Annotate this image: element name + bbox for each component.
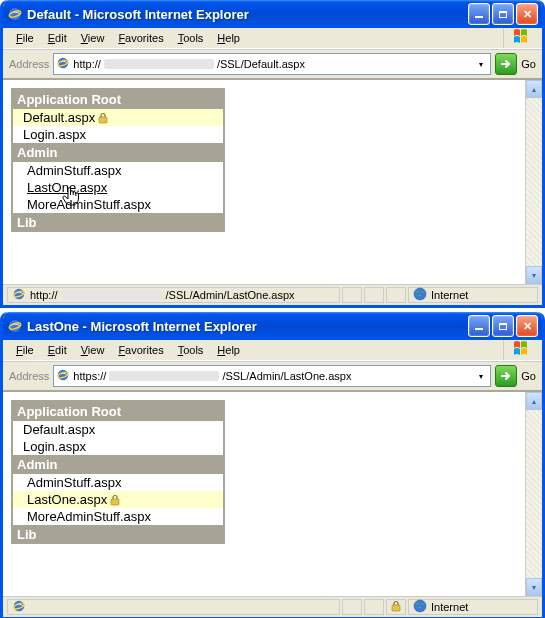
status-text: http:///SSL/Admin/LastOne.aspx bbox=[7, 287, 340, 303]
url-prefix: https:// bbox=[73, 370, 106, 382]
page-icon bbox=[56, 368, 70, 384]
address-input-wrap[interactable]: https:///SSL/Admin/LastOne.aspx▾ bbox=[53, 365, 491, 387]
tree-item[interactable]: Login.aspx bbox=[13, 126, 223, 143]
url-blurred bbox=[104, 59, 214, 69]
status-text bbox=[7, 599, 340, 615]
status-lock-pane bbox=[386, 287, 406, 303]
window-title: LastOne - Microsoft Internet Explorer bbox=[27, 319, 468, 334]
status-lock-pane bbox=[386, 599, 406, 615]
address-dropdown[interactable]: ▾ bbox=[474, 372, 488, 381]
menu-bar: FileEditViewFavoritesToolsHelp bbox=[3, 28, 542, 49]
maximize-button[interactable] bbox=[492, 3, 514, 25]
window-title: Default - Microsoft Internet Explorer bbox=[27, 7, 468, 22]
tree-item[interactable]: Login.aspx bbox=[13, 438, 223, 455]
minimize-button[interactable] bbox=[468, 3, 490, 25]
tree-item[interactable]: Default.aspx bbox=[13, 109, 223, 126]
maximize-button[interactable] bbox=[492, 315, 514, 337]
address-label: Address bbox=[9, 370, 49, 382]
tree-lib-header: Lib bbox=[13, 525, 223, 544]
url-suffix: /SSL/Admin/LastOne.aspx bbox=[222, 370, 471, 382]
throbber-icon bbox=[503, 28, 540, 48]
lock-icon bbox=[97, 112, 109, 124]
globe-icon bbox=[413, 599, 427, 615]
go-button[interactable] bbox=[495, 53, 517, 75]
tree-item[interactable]: LastOne.aspx bbox=[13, 179, 223, 196]
security-zone: Internet bbox=[408, 287, 538, 303]
status-pane bbox=[342, 287, 362, 303]
menu-view[interactable]: View bbox=[74, 342, 112, 358]
status-blurred bbox=[62, 290, 162, 300]
svg-rect-13 bbox=[111, 499, 119, 505]
url-suffix: /SSL/Default.aspx bbox=[217, 58, 471, 70]
title-bar: Default - Microsoft Internet Explorer✕ bbox=[3, 0, 542, 28]
url-blurred bbox=[109, 371, 219, 381]
go-label: Go bbox=[521, 370, 536, 382]
menu-view[interactable]: View bbox=[74, 30, 112, 46]
browser-window: Default - Microsoft Internet Explorer✕Fi… bbox=[0, 0, 545, 308]
content-area: ▴▾Application RootDefault.aspxLogin.aspx… bbox=[3, 390, 542, 596]
svg-rect-16 bbox=[392, 605, 400, 611]
menu-help[interactable]: Help bbox=[210, 30, 247, 46]
address-label: Address bbox=[9, 58, 49, 70]
tree-admin-header: Admin bbox=[13, 143, 223, 162]
address-bar: Addresshttp:///SSL/Default.aspx▾Go bbox=[3, 49, 542, 78]
throbber-icon bbox=[503, 340, 540, 360]
tree-item[interactable]: LastOne.aspx bbox=[13, 491, 223, 508]
menu-favorites[interactable]: Favorites bbox=[111, 30, 170, 46]
url-prefix: http:// bbox=[73, 58, 101, 70]
go-button[interactable] bbox=[495, 365, 517, 387]
status-bar: Internet bbox=[3, 596, 542, 617]
status-bar: http:///SSL/Admin/LastOne.aspxInternet bbox=[3, 284, 542, 305]
tree-lib-header: Lib bbox=[13, 213, 223, 232]
lock-icon bbox=[109, 494, 121, 506]
address-input-wrap[interactable]: http:///SSL/Default.aspx▾ bbox=[53, 53, 491, 75]
menu-bar: FileEditViewFavoritesToolsHelp bbox=[3, 340, 542, 361]
status-pane bbox=[364, 599, 384, 615]
ie-icon bbox=[7, 6, 23, 22]
ie-icon bbox=[12, 287, 26, 303]
content-area: ▴▾Application RootDefault.aspxLogin.aspx… bbox=[3, 78, 542, 284]
svg-rect-4 bbox=[99, 117, 107, 123]
minimize-button[interactable] bbox=[468, 315, 490, 337]
tree-item[interactable]: Default.aspx bbox=[13, 421, 223, 438]
menu-edit[interactable]: Edit bbox=[41, 30, 74, 46]
tree-item[interactable]: AdminStuff.aspx bbox=[13, 474, 223, 491]
site-tree: Application RootDefault.aspxLogin.aspxAd… bbox=[11, 400, 225, 544]
status-pane bbox=[342, 599, 362, 615]
vertical-scrollbar[interactable]: ▴▾ bbox=[525, 80, 542, 284]
tree-item[interactable]: AdminStuff.aspx bbox=[13, 162, 223, 179]
menu-file[interactable]: File bbox=[9, 342, 41, 358]
browser-window: LastOne - Microsoft Internet Explorer✕Fi… bbox=[0, 312, 545, 618]
go-label: Go bbox=[521, 58, 536, 70]
tree-item[interactable]: MoreAdminStuff.aspx bbox=[13, 508, 223, 525]
tree-admin-header: Admin bbox=[13, 455, 223, 474]
security-zone: Internet bbox=[408, 599, 538, 615]
menu-help[interactable]: Help bbox=[210, 342, 247, 358]
vertical-scrollbar[interactable]: ▴▾ bbox=[525, 392, 542, 596]
menu-edit[interactable]: Edit bbox=[41, 342, 74, 358]
close-button[interactable]: ✕ bbox=[516, 3, 538, 25]
address-dropdown[interactable]: ▾ bbox=[474, 60, 488, 69]
ie-icon bbox=[7, 318, 23, 334]
menu-tools[interactable]: Tools bbox=[171, 342, 211, 358]
ie-icon bbox=[12, 599, 26, 615]
tree-root-header: Application Root bbox=[13, 402, 223, 421]
menu-tools[interactable]: Tools bbox=[171, 30, 211, 46]
lock-icon bbox=[390, 600, 402, 614]
address-bar: Addresshttps:///SSL/Admin/LastOne.aspx▾G… bbox=[3, 361, 542, 390]
menu-file[interactable]: File bbox=[9, 30, 41, 46]
tree-item[interactable]: MoreAdminStuff.aspx bbox=[13, 196, 223, 213]
status-pane bbox=[364, 287, 384, 303]
page-icon bbox=[56, 56, 70, 72]
globe-icon bbox=[413, 287, 427, 303]
site-tree: Application RootDefault.aspxLogin.aspxAd… bbox=[11, 88, 225, 232]
close-button[interactable]: ✕ bbox=[516, 315, 538, 337]
tree-root-header: Application Root bbox=[13, 90, 223, 109]
title-bar: LastOne - Microsoft Internet Explorer✕ bbox=[3, 312, 542, 340]
menu-favorites[interactable]: Favorites bbox=[111, 342, 170, 358]
